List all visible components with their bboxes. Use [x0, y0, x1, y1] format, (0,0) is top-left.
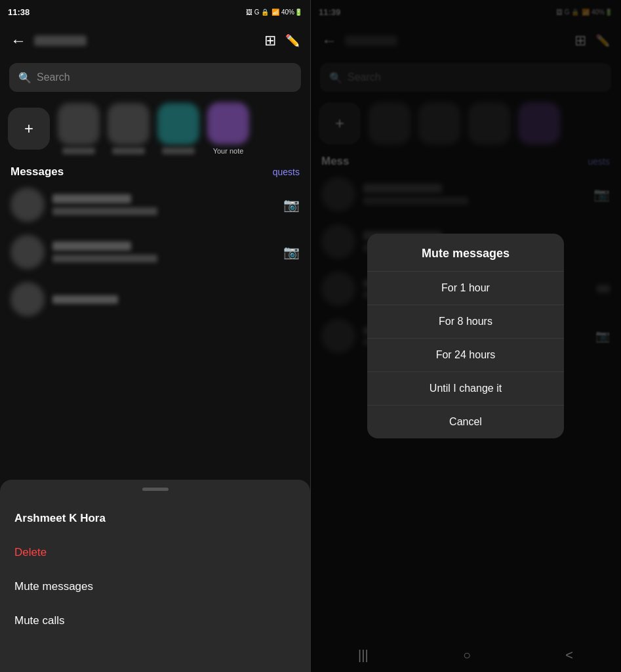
- left-messages-header: Messages quests: [0, 160, 310, 181]
- sheet-delete-button[interactable]: Delete: [0, 536, 310, 570]
- story-bubble-3: [157, 103, 199, 145]
- mute-dialog: Mute messages For 1 hour For 8 hours For…: [367, 234, 564, 438]
- left-status-bar: 11:38 🖼 G 🔒 📶 40%🔋: [0, 0, 310, 24]
- camera-icon-1: 📷: [283, 197, 300, 213]
- story-2: [108, 103, 150, 154]
- search-icon: 🔍: [18, 72, 31, 84]
- msg-avatar-1: [10, 188, 45, 222]
- msg-preview-1: [52, 207, 157, 215]
- your-note-bubble: [207, 102, 249, 144]
- sheet-handle: [142, 488, 169, 491]
- mute-until-option[interactable]: Until I change it: [367, 371, 564, 405]
- story-label-3: [162, 148, 195, 154]
- team-jones-name: [52, 295, 118, 304]
- msg-name-2: [52, 242, 131, 251]
- left-nav-title: [34, 35, 87, 46]
- left-search-placeholder: Search: [37, 72, 70, 83]
- message-item-1[interactable]: 📷: [0, 181, 310, 228]
- left-back-button[interactable]: ←: [10, 32, 26, 50]
- add-story-container[interactable]: +: [8, 108, 50, 150]
- add-story-button[interactable]: +: [8, 108, 50, 150]
- camera-icon-2: 📷: [283, 244, 300, 260]
- your-note-label: Your note: [213, 147, 244, 155]
- left-requests-link[interactable]: quests: [273, 167, 300, 177]
- left-search-bar[interactable]: 🔍 Search: [9, 63, 301, 92]
- mute-cancel-button[interactable]: Cancel: [367, 405, 564, 438]
- msg-name-1: [52, 194, 131, 203]
- sheet-contact-name: Arshmeet K Hora: [0, 501, 310, 536]
- story-3: [157, 103, 199, 154]
- battery-icon: 🖼 G 🔒: [246, 9, 269, 16]
- your-note-story: Your note: [207, 102, 249, 155]
- mute-dialog-title: Mute messages: [367, 247, 564, 271]
- left-status-time: 11:38: [8, 7, 30, 17]
- sheet-mute-messages-button[interactable]: Mute messages: [0, 570, 310, 604]
- msg-content-1: [52, 194, 275, 215]
- video-call-icon[interactable]: ⊞: [264, 32, 276, 49]
- left-nav-left: ←: [10, 32, 87, 50]
- stories-row: + Your note: [0, 97, 310, 160]
- story-1: [58, 103, 100, 154]
- sheet-mute-calls-button[interactable]: Mute calls: [0, 604, 310, 638]
- signal-icon: 📶 40%🔋: [271, 9, 302, 16]
- msg-content-2: [52, 242, 275, 262]
- story-bubble-1: [58, 103, 100, 145]
- left-status-icons: 🖼 G 🔒 📶 40%🔋: [246, 9, 302, 16]
- edit-icon[interactable]: ✏️: [285, 33, 300, 48]
- msg-avatar-2: [10, 235, 45, 269]
- left-phone-panel: 11:38 🖼 G 🔒 📶 40%🔋 ← ⊞ ✏️ 🔍 Search +: [0, 0, 310, 672]
- team-jones-item[interactable]: [0, 276, 310, 323]
- right-phone-panel: 11:39 🖼 G 🔒 📶 40%🔋 ← ⊞ ✏️ 🔍 Search: [310, 0, 620, 672]
- bottom-sheet: Arshmeet K Hora Delete Mute messages Mut…: [0, 480, 310, 672]
- team-jones-avatar: [10, 282, 45, 316]
- message-item-2[interactable]: 📷: [0, 228, 310, 276]
- left-nav-bar: ← ⊞ ✏️: [0, 24, 310, 58]
- left-nav-right: ⊞ ✏️: [264, 32, 300, 49]
- story-label-2: [112, 148, 145, 154]
- left-messages-title: Messages: [10, 165, 64, 178]
- msg-preview-2: [52, 255, 157, 262]
- mute-1h-option[interactable]: For 1 hour: [367, 271, 564, 304]
- story-bubble-2: [108, 103, 150, 145]
- mute-8h-option[interactable]: For 8 hours: [367, 304, 564, 338]
- story-label-1: [62, 148, 95, 154]
- mute-24h-option[interactable]: For 24 hours: [367, 338, 564, 371]
